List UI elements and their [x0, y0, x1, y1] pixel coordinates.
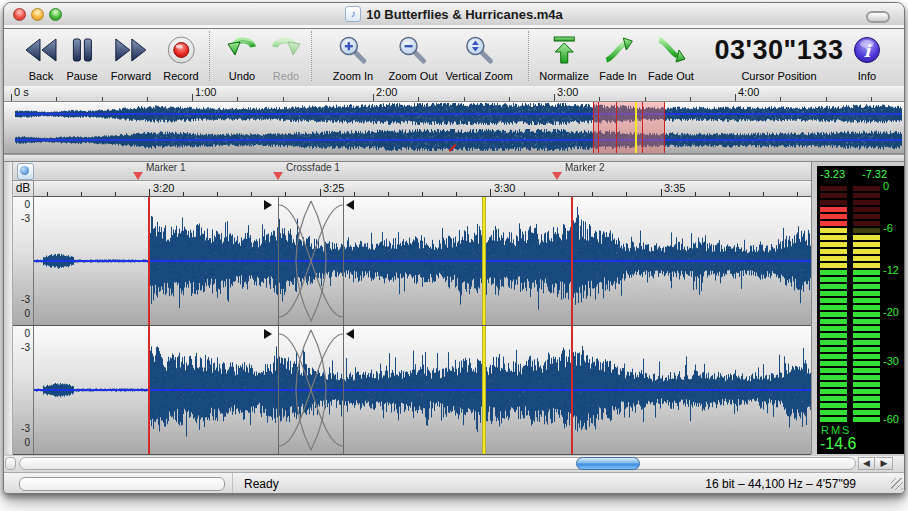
peak-value-right: -7.32	[862, 168, 887, 180]
selection-end-handle[interactable]	[346, 200, 354, 210]
overview-minor-tick	[509, 97, 510, 101]
vertical-zoom-icon	[464, 29, 494, 70]
title-bar[interactable]: ♪ 10 Butterflies & Hurricanes.m4a	[4, 3, 904, 26]
waveform-channel-left[interactable]	[34, 197, 811, 325]
record-button[interactable]: Record	[163, 29, 198, 83]
main-time-ruler[interactable]: 3:203:253:303:35	[34, 181, 811, 197]
close-button[interactable]	[13, 8, 26, 21]
zoom-out-button[interactable]: Zoom Out	[389, 29, 438, 83]
overview-tick-label: 0 s	[14, 86, 29, 98]
meter-bar-left-segment	[820, 368, 847, 373]
progress-indicator	[19, 477, 225, 491]
toolbar-separator	[311, 31, 312, 81]
horizontal-scrollbar[interactable]: ◀ ▶	[4, 456, 905, 472]
track-options-icon[interactable]	[17, 163, 34, 180]
ruler-tick	[456, 192, 457, 196]
meter-scale-label: -12	[883, 264, 899, 276]
amp-scale-label: -3	[21, 294, 30, 305]
meter-bar-right-segment	[853, 375, 880, 380]
meter-bar-right-segment	[853, 291, 880, 296]
fade-in-button[interactable]: Fade In	[599, 29, 636, 83]
meter-scale-label: -60	[883, 413, 899, 425]
ruler-tick	[354, 192, 355, 196]
ruler-tick	[388, 192, 389, 196]
overview-tick-label: 1:00	[195, 86, 216, 98]
waveform-canvas-right[interactable]	[34, 326, 811, 454]
ruler-tick	[490, 189, 491, 196]
meter-bar-left-segment	[820, 333, 847, 338]
pane-splitter[interactable]	[4, 154, 905, 162]
scrollbar-track[interactable]	[19, 457, 856, 470]
meter-bar-left-segment	[820, 340, 847, 345]
vertical-scroll-strip[interactable]	[4, 162, 13, 454]
scrollbar-corner	[5, 457, 16, 470]
meter-bar-right-segment	[853, 319, 880, 324]
toolbar-toggle-pill[interactable]	[866, 11, 890, 23]
meter-bar-right-segment	[853, 368, 880, 373]
waveform-canvas-left[interactable]	[34, 197, 811, 325]
overview-waveform-right[interactable]	[4, 128, 905, 153]
selection-start-handle[interactable]	[264, 200, 272, 210]
overview-minor-tick	[645, 97, 646, 101]
minimize-button[interactable]	[31, 8, 44, 21]
scroll-left-arrow[interactable]: ◀	[858, 457, 875, 470]
marker-triangle[interactable]	[133, 172, 143, 180]
meter-bar-left-segment	[820, 361, 847, 366]
overview-tick-label: 2:00	[376, 86, 397, 98]
meter-bar-right-segment	[853, 312, 880, 317]
meter-bar-left-segment	[820, 375, 847, 380]
undo-label: Undo	[229, 70, 255, 83]
vertical-zoom-button[interactable]: Vertical Zoom	[445, 29, 512, 83]
pause-button[interactable]: Pause	[66, 29, 97, 83]
overview-waveform-left[interactable]	[4, 102, 905, 127]
back-button[interactable]: Back	[24, 29, 58, 83]
meter-bar-left-segment	[820, 242, 847, 247]
resize-grip[interactable]	[891, 478, 903, 490]
maximize-button[interactable]	[49, 8, 62, 21]
redo-icon	[270, 29, 302, 70]
info-button[interactable]: i Info	[853, 29, 881, 83]
selection-end-handle[interactable]	[346, 329, 354, 339]
pause-label: Pause	[66, 70, 97, 83]
meter-scale-label: -20	[883, 306, 899, 318]
meter-bar-left-segment	[820, 382, 847, 387]
meter-bar-right-segment	[853, 263, 880, 268]
zoom-in-button[interactable]: Zoom In	[333, 29, 373, 83]
overview-marker-line	[642, 102, 643, 153]
meter-bar-right-segment	[853, 221, 880, 226]
selection-start-handle[interactable]	[264, 329, 272, 339]
normalize-button[interactable]: Normalize	[539, 29, 589, 83]
overview-minor-tick	[328, 97, 329, 101]
waveform-channel-right[interactable]	[34, 326, 811, 454]
format-info: 16 bit – 44,100 Hz – 4'57"99	[705, 477, 856, 491]
marker-strip[interactable]: Marker 1Crossfade 1Marker 2	[13, 162, 811, 181]
forward-button[interactable]: Forward	[111, 29, 151, 83]
scrollbar-thumb[interactable]	[576, 457, 640, 470]
overview-channel-divider	[4, 28, 905, 29]
meter-bar-right-segment	[853, 326, 880, 331]
info-icon: i	[853, 29, 881, 70]
overview-minor-tick	[780, 97, 781, 101]
overview-marker-line	[598, 102, 599, 153]
ruler-label: 3:20	[153, 182, 174, 194]
meter-bar-left-segment	[820, 326, 847, 331]
overview-selection-region[interactable]	[593, 102, 665, 153]
marker-triangle[interactable]	[273, 172, 283, 180]
overview-timeline-ruler[interactable]: 0 s1:002:003:004:00	[4, 86, 905, 102]
crossfade-region[interactable]	[278, 326, 344, 454]
undo-button[interactable]: Undo	[226, 29, 258, 83]
fade-out-button[interactable]: Fade Out	[648, 29, 694, 83]
meter-bar-left-segment	[820, 298, 847, 303]
marker-triangle[interactable]	[552, 172, 562, 180]
meter-bar-left-segment	[820, 396, 847, 401]
crossfade-region[interactable]	[278, 197, 344, 325]
redo-button[interactable]: Redo	[270, 29, 302, 83]
meter-bar-left-segment	[820, 312, 847, 317]
vertical-zoom-label: Vertical Zoom	[445, 70, 512, 83]
ruler-tick	[47, 192, 48, 196]
scroll-right-arrow[interactable]: ▶	[876, 457, 893, 470]
ruler-tick	[592, 192, 593, 196]
meter-bar-left-segment	[820, 207, 847, 212]
amplitude-scale-left: 0-3-30	[13, 197, 34, 325]
meter-bar-left-segment	[820, 221, 847, 226]
